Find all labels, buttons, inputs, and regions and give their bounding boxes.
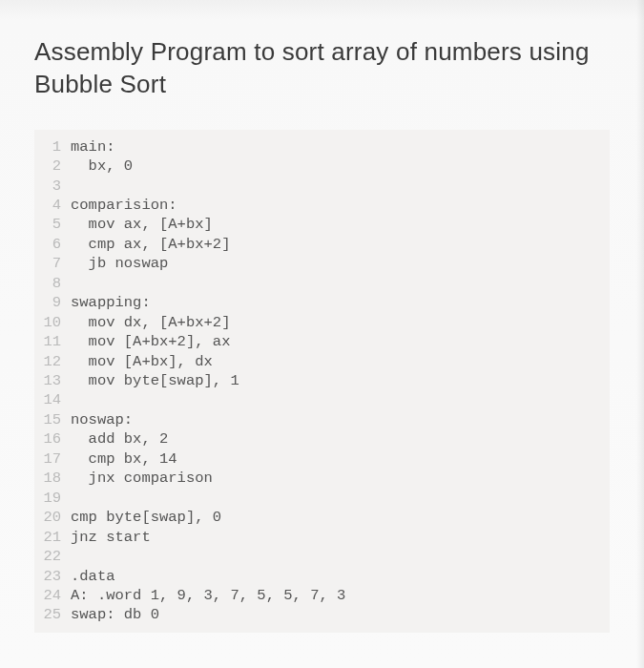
line-number: 16 [34,429,71,449]
line-code [71,547,610,566]
line-number: 6 [34,235,71,254]
line-code: swap: db 0 [71,605,610,624]
line-number: 10 [34,313,71,332]
line-code: mov [A+bx+2], ax [71,332,610,351]
line-code: mov dx, [A+bx+2] [71,313,610,332]
line-code [71,390,610,409]
line-number: 24 [34,586,71,605]
line-number: 23 [34,567,71,586]
line-code [71,177,610,196]
code-line: 15noswap: [34,410,610,429]
code-line: 22 [34,547,610,566]
code-line: 16 add bx, 2 [34,429,610,449]
line-number: 3 [34,177,71,196]
code-line: 20cmp byte[swap], 0 [34,508,610,527]
line-number: 4 [34,196,71,215]
code-line: 23.data [34,567,610,586]
code-line: 9swapping: [34,293,610,312]
line-number: 18 [34,469,71,488]
code-line: 4comparision: [34,196,610,215]
line-number: 21 [34,528,71,547]
code-line: 8 [34,274,610,293]
line-code: noswap: [71,410,610,429]
code-line: 12 mov [A+bx], dx [34,352,610,371]
code-line: 13 mov byte[swap], 1 [34,371,610,390]
line-number: 9 [34,293,71,312]
code-line: 25swap: db 0 [34,605,610,624]
line-number: 5 [34,215,71,234]
code-line: 17 cmp bx, 14 [34,449,610,469]
line-code: add bx, 2 [71,429,610,449]
code-line: 19 [34,489,610,508]
code-line: 18 jnx comparison [34,469,610,488]
line-number: 20 [34,508,71,527]
line-number: 15 [34,410,71,429]
line-code: swapping: [71,293,610,312]
code-line: 3 [34,177,610,196]
line-code: cmp byte[swap], 0 [71,508,610,527]
line-code [71,489,610,508]
code-line: 10 mov dx, [A+bx+2] [34,313,610,332]
line-code: A: .word 1, 9, 3, 7, 5, 5, 7, 3 [71,586,610,605]
code-line: 5 mov ax, [A+bx] [34,215,610,234]
page-title: Assembly Program to sort array of number… [34,36,610,101]
line-code: cmp bx, 14 [71,449,610,469]
line-code: mov byte[swap], 1 [71,371,610,390]
line-code: comparision: [71,196,610,215]
line-code [71,274,610,293]
code-line: 21jnz start [34,528,610,547]
line-code: jb noswap [71,254,610,273]
code-line: 7 jb noswap [34,254,610,273]
line-number: 2 [34,157,71,176]
line-code: mov [A+bx], dx [71,352,610,371]
code-line: 24A: .word 1, 9, 3, 7, 5, 5, 7, 3 [34,586,610,605]
line-number: 17 [34,449,71,469]
line-code: jnx comparison [71,469,610,488]
line-code: main: [71,137,610,157]
line-number: 14 [34,390,71,409]
line-number: 8 [34,274,71,293]
line-number: 7 [34,254,71,273]
line-number: 12 [34,352,71,371]
line-code: mov ax, [A+bx] [71,215,610,234]
line-code: jnz start [71,528,610,547]
line-code: bx, 0 [71,157,610,176]
line-number: 22 [34,547,71,566]
line-code: .data [71,567,610,586]
line-number: 13 [34,371,71,390]
line-number: 25 [34,605,71,624]
code-line: 1main: [34,137,610,157]
line-code: cmp ax, [A+bx+2] [71,235,610,254]
line-number: 1 [34,137,71,157]
code-line: 14 [34,390,610,409]
code-block: 1main:2 bx, 034comparision:5 mov ax, [A+… [34,130,610,633]
code-line: 11 mov [A+bx+2], ax [34,332,610,351]
line-number: 19 [34,489,71,508]
code-line: 6 cmp ax, [A+bx+2] [34,235,610,254]
code-line: 2 bx, 0 [34,157,610,176]
line-number: 11 [34,332,71,351]
